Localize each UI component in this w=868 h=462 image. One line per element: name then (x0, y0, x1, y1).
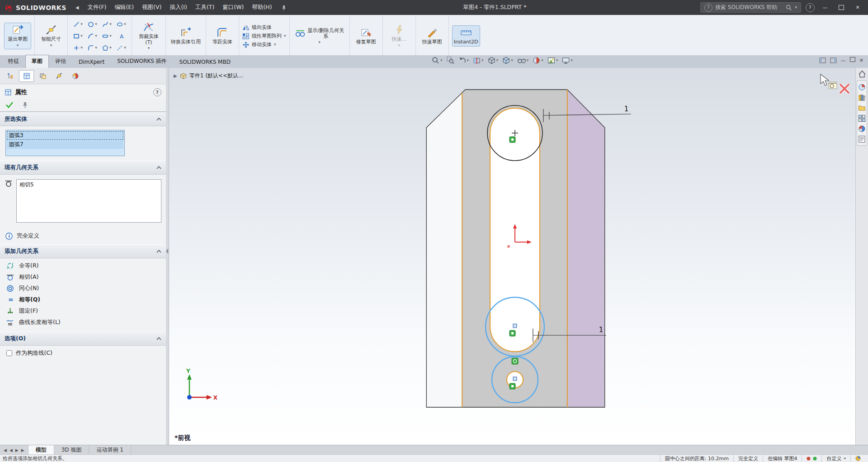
tangent-relation-button[interactable]: 相切(A) (0, 271, 166, 283)
ellipse-tool-button[interactable]: ▾ (114, 19, 128, 30)
menu-pin-icon[interactable] (281, 5, 287, 11)
mirror-entities-button[interactable]: 镜向实体 (242, 24, 286, 31)
rectangle-tool-button[interactable]: ▾ (71, 30, 85, 42)
search-dropdown-icon[interactable]: ▾ (795, 5, 797, 10)
section-options[interactable]: 选项(O) (0, 332, 166, 346)
search-input[interactable]: 搜索 SOLIDWORKS 帮助 (715, 4, 783, 11)
hide-show-items-button[interactable]: ▾ (517, 57, 529, 64)
smart-dimension-button[interactable]: 智能尺寸 ▾ (38, 23, 64, 48)
for-construction-checkbox[interactable] (6, 350, 12, 356)
zoom-fit-button[interactable]: ▾ (432, 57, 443, 64)
menu-view[interactable]: 视图(V) (138, 2, 165, 13)
rapid-sketch-button[interactable]: 快速草图 (419, 26, 445, 46)
relation-badge-top[interactable] (509, 137, 515, 143)
linear-pattern-button[interactable]: 线性草图阵列 ▾ (242, 33, 286, 39)
menu-window[interactable]: 窗口(W) (218, 2, 248, 13)
display-relations-button[interactable]: 显示/删除几何关系 ▾ (293, 26, 346, 46)
help-search-box[interactable]: ? 搜索 SOLIDWORKS 帮助 ▾ (700, 2, 801, 13)
expand-pane-icon[interactable] (830, 57, 837, 63)
display-style-button[interactable]: ▾ (502, 57, 513, 64)
repair-sketch-button[interactable]: 修复草图 (353, 26, 379, 46)
list-item[interactable]: 圆弧7 (7, 140, 123, 149)
panel-help-icon[interactable]: ? (153, 88, 161, 96)
polygon-tool-button[interactable]: ▾ (100, 42, 114, 53)
sketch-viewport[interactable]: 1 1 * (169, 68, 855, 445)
tab-motion-study[interactable]: 运动算例 1 (89, 445, 131, 455)
ok-button[interactable] (5, 101, 14, 109)
panel-collapse-handle[interactable] (166, 248, 168, 254)
text-tool-button[interactable]: A (114, 30, 128, 42)
help-button[interactable]: ? (806, 3, 815, 12)
list-item[interactable]: 相切5 (19, 181, 158, 189)
trim-entities-button[interactable]: 剪裁实体(T) ▾ (135, 20, 162, 52)
menu-file[interactable]: 文件(F) (84, 2, 111, 13)
tab-evaluate[interactable]: 评估 (49, 55, 72, 68)
existing-relations-listbox[interactable]: 相切5 (16, 179, 161, 223)
display-relations-dropdown-icon[interactable]: ▾ (318, 40, 321, 44)
home-icon[interactable] (858, 70, 866, 78)
list-item[interactable]: 圆弧3 (7, 131, 123, 140)
instant2d-button[interactable]: Instant2D (452, 25, 480, 47)
doc-minimize-button[interactable]: — (841, 57, 846, 63)
configurationmanager-tab[interactable] (35, 70, 50, 82)
view-settings-button[interactable]: ▾ (562, 57, 573, 64)
maximize-button[interactable] (835, 3, 847, 12)
minimize-button[interactable]: — (819, 3, 831, 12)
exit-sketch-button[interactable]: 退出草图 ▾ (4, 23, 31, 49)
slot-tool-button[interactable]: ▾ (100, 30, 114, 42)
tab-model[interactable]: 模型 (28, 445, 54, 455)
doc-restore-button[interactable] (850, 57, 855, 63)
linear-pattern-dropdown-icon[interactable]: ▾ (284, 34, 286, 38)
doc-close-button[interactable]: ✕ (859, 57, 863, 63)
point-tool-button[interactable]: ▾ (71, 42, 85, 53)
circle-tool-button[interactable]: ▾ (85, 19, 99, 30)
dimxpertmanager-tab[interactable] (52, 70, 66, 82)
exit-sketch-dropdown-icon[interactable]: ▾ (17, 43, 19, 48)
tab-scroll-next-button[interactable]: ▶ (15, 448, 19, 452)
propertymanager-tab[interactable] (19, 70, 34, 82)
fillet-tool-button[interactable]: ▾ (85, 42, 99, 53)
tab-features[interactable]: 特征 (2, 55, 25, 68)
tab-mbd[interactable]: SOLIDWORKS MBD (173, 56, 237, 68)
status-performance[interactable] (850, 455, 865, 462)
apply-scene-button[interactable]: ▾ (547, 57, 558, 64)
tab-scroll-first-button[interactable]: ◀ (4, 448, 7, 452)
view-orientation-button[interactable]: ▾ (488, 57, 499, 64)
construction-line-tool-button[interactable]: ▾ (114, 42, 128, 53)
tab-3d-views[interactable]: 3D 视图 (54, 445, 90, 455)
offset-entities-button[interactable]: 等距实体 (209, 26, 236, 46)
design-library-icon[interactable] (858, 94, 866, 101)
section-selected-entities[interactable]: 所选实体 (0, 112, 166, 126)
section-add-relations[interactable]: 添加几何关系 (0, 244, 166, 258)
units-dropdown-icon[interactable]: ▾ (844, 457, 846, 461)
view-palette-icon[interactable] (858, 114, 866, 122)
section-view-button[interactable]: ▾ (473, 57, 484, 64)
menu-tools[interactable]: 工具(T) (191, 2, 218, 13)
tab-scroll-prev-button[interactable]: ◀ (9, 448, 13, 452)
keep-visible-pin-button[interactable] (22, 101, 28, 109)
fix-relation-button[interactable]: 固定(F) (0, 305, 166, 317)
menu-back-arrow-icon[interactable]: ◀ (72, 5, 83, 10)
menu-insert[interactable]: 插入(I) (165, 2, 191, 13)
custom-properties-icon[interactable] (858, 135, 866, 143)
equal-curve-length-button[interactable]: 曲线长度相等(L) (0, 317, 166, 328)
collapse-pane-icon[interactable] (819, 57, 826, 63)
solidworks-resources-icon[interactable] (858, 83, 866, 91)
move-entities-dropdown-icon[interactable]: ▾ (274, 43, 276, 47)
status-editing[interactable]: 在编辑 草图4 (763, 455, 802, 462)
smart-dimension-dropdown-icon[interactable]: ▾ (50, 43, 52, 48)
sketch-point-bottom[interactable] (513, 377, 517, 381)
section-existing-relations[interactable]: 现有几何关系 (0, 161, 166, 175)
relation-badge-concentric[interactable] (512, 358, 518, 364)
coradial-relation-button[interactable]: 全等(R) (0, 260, 166, 271)
part-face-left[interactable] (426, 93, 462, 407)
close-button[interactable]: ✕ (852, 3, 863, 12)
previous-view-button[interactable]: ▾ (458, 57, 469, 64)
featuremanager-tab[interactable] (3, 70, 18, 82)
arc-tool-button[interactable]: ▾ (85, 30, 99, 42)
tab-scroll-last-button[interactable]: ▶ (21, 448, 24, 452)
quick-snaps-dropdown-icon[interactable]: ▾ (398, 43, 400, 48)
concentric-relation-button[interactable]: 同心(N) (0, 283, 166, 294)
graphics-area[interactable]: ▶ 零件1 (默认<<默认... (169, 68, 855, 445)
move-entities-button[interactable]: 移动实体 ▾ (242, 41, 286, 48)
